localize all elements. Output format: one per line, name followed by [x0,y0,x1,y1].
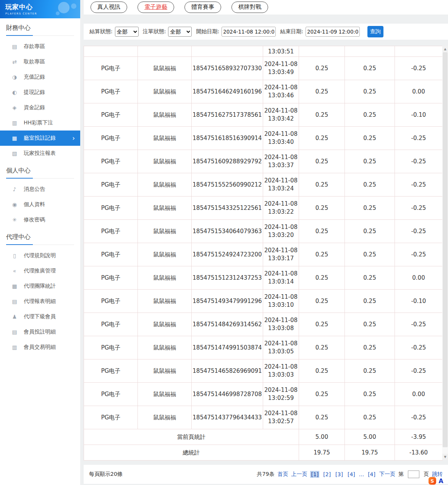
cell-valid-bet: 0.25 [345,103,395,127]
cell-time: 2024-11-0813:02:59 [263,383,299,406]
cell-time: 2024-11-0813:03:49 [263,57,299,80]
sidebar-item-card[interactable]: ▤存款專區 [0,39,80,54]
sidebar-item-bell[interactable]: ♪消息公告 [0,182,80,197]
start-date-input[interactable] [222,27,276,37]
cell-platform: PG电子 [84,359,138,383]
cell-bet: 0.25 [299,359,345,383]
cell-valid-bet: 0.25 [345,150,395,173]
bet-records-table-wrap: 13:03:51 PG电子鼠鼠福福18547516589327073302024… [84,46,448,460]
bet-time: 13:03:49 [264,68,298,76]
sidebar-item-label: 玩家投注報表 [24,150,56,157]
cell-win-loss [395,46,443,57]
filter-bar: 結算狀態: 全部 注單狀態: 全部 開始日期: 結束日期: 查詢 [84,24,448,40]
report-icon: ▧ [11,150,18,156]
cell-game: 鼠鼠福福 [138,173,192,197]
cell-valid-bet: 0.25 [345,127,395,150]
sidebar-item-label: 個人資料 [24,201,45,208]
page-link-current[interactable]: [1] [310,471,319,478]
tab-體育賽事[interactable]: 體育賽事 [184,2,221,13]
cell-order: 1854751609288929792 [192,150,263,173]
table-scrollbar[interactable]: ▲ ▼ [442,46,448,460]
next-page-link[interactable]: 下一页 [379,471,395,478]
cell-bet: 0.25 [299,80,345,103]
cell-valid-bet: 0.25 [345,197,395,220]
end-date-input[interactable] [306,27,360,37]
cell-game [138,46,192,57]
cell-bet [299,46,345,57]
sidebar-item-label: 代理規則說明 [24,252,56,259]
scroll-up-arrow[interactable]: ▲ [442,46,448,52]
cell-time: 2024-11-0813:03:42 [263,103,299,127]
tab-電子遊藝[interactable]: 電子遊藝 [137,2,174,13]
sidebar-item-label: 代理團隊統計 [24,283,56,290]
sidebar-item-members[interactable]: ♟代理下級會員 [0,309,80,324]
sidebar-item-member-bets[interactable]: ▤會員投註明細 [0,324,80,340]
cell-time: 2024-11-0813:03:10 [263,290,299,313]
cell-game: 鼠鼠福福 [138,336,192,359]
bet-date: 2024-11-08 [264,409,298,417]
tab-棋牌對戰[interactable]: 棋牌對戰 [231,2,268,13]
cell-win-loss: -0.25 [395,313,443,336]
cell-platform: PG电子 [84,220,138,243]
table-row: PG电子鼠鼠福福18547515525609902122024-11-0813:… [84,173,443,197]
bet-time: 13:03:08 [264,324,298,332]
sidebar-item-label: 修改密碼 [24,216,45,223]
table-row: PG电子鼠鼠福福18547516275173785612024-11-0813:… [84,103,443,127]
page-link[interactable]: [2] [322,471,332,478]
page-link[interactable]: [3] [335,471,344,478]
cell-bet: 0.25 [299,266,345,290]
bet-date: 2024-11-08 [264,60,298,68]
cell-win-loss: -0.25 [395,359,443,383]
transfer-icon: ⇄ [11,59,18,65]
funds-icon: ◈ [11,105,18,111]
sidebar-item-transfer[interactable]: ⇄取款專區 [0,54,80,69]
cell-game: 鼠鼠福福 [138,266,192,290]
prev-page-link[interactable]: 上一页 [291,471,307,478]
jump-prefix-label: 第 [398,471,404,478]
sidebar-item-label: 會員交易明細 [24,344,56,351]
first-page-link[interactable]: 首页 [277,471,288,478]
sidebar-item-person[interactable]: ◉個人資料 [0,197,80,212]
cell-order: 1854751465826969091 [192,359,263,383]
sidebar-item-share[interactable]: «代理推廣管理 [0,263,80,279]
scroll-down-arrow[interactable]: ▼ [442,454,448,460]
sidebar-item-withdraw-record[interactable]: ◐提現記錄 [0,85,80,100]
sidebar-item-funds[interactable]: ◈資金記錄 [0,100,80,115]
share-icon: « [11,268,18,274]
scrollbar-thumb[interactable] [443,52,448,447]
decorative-bubble [71,3,76,9]
sidebar-item-gear[interactable]: ✳修改密碼 [0,212,80,227]
search-button[interactable]: 查詢 [367,26,383,37]
order-status-select[interactable]: 全部 [168,27,192,37]
cell-order: 1854751484269314562 [192,313,263,336]
table-row: PG电子鼠鼠福福18547514749915038742024-11-0813:… [84,336,443,359]
bet-time: 13:02:57 [264,417,298,425]
tab-真人視訊[interactable]: 真人視訊 [91,2,127,13]
sidebar-item-member-trans[interactable]: ▥會員交易明細 [0,340,80,355]
sidebar-item-recharge[interactable]: ◑充值記錄 [0,69,80,85]
cell-win-loss: -0.25 [395,57,443,80]
sidebar-item-report[interactable]: ▧玩家投注報表 [0,146,80,161]
bet-date: 2024-11-08 [264,270,298,278]
jump-page-input[interactable] [408,470,419,478]
sidebar-item-betting-record[interactable]: ▦廳室投註記錄› [0,131,80,146]
cell-game: 鼠鼠福福 [138,197,192,220]
cell-game: 鼠鼠福福 [138,359,192,383]
section-title-label: 財務中心 [6,24,33,36]
sidebar-item-lottery[interactable]: ▥HH彩票下注 [0,115,80,131]
cell-win-loss: -0.25 [395,150,443,173]
sidebar-item-report-detail[interactable]: ▤代理報表明細 [0,294,80,309]
ime-logo-icon[interactable]: S [429,477,436,485]
settle-status-select[interactable]: 全部 [115,27,139,37]
sidebar: 玩家中心 PLAYERS CENTER 財務中心▤存款專區⇄取款專區◑充值記錄◐… [0,0,80,485]
cell-win-loss: -0.25 [395,173,443,197]
sidebar-item-team-stats[interactable]: ▩代理團隊統計 [0,279,80,294]
page-link[interactable]: [4] [367,471,376,478]
ime-mode-letter[interactable]: A [439,477,443,485]
page-summary-bet: 5.00 [299,429,345,445]
page-link[interactable]: [4] [347,471,356,478]
sidebar-item-doc[interactable]: ▯代理規則說明 [0,248,80,263]
cell-platform: PG电子 [84,127,138,150]
cell-platform: PG电子 [84,290,138,313]
cell-win-loss: -0.25 [395,127,443,150]
